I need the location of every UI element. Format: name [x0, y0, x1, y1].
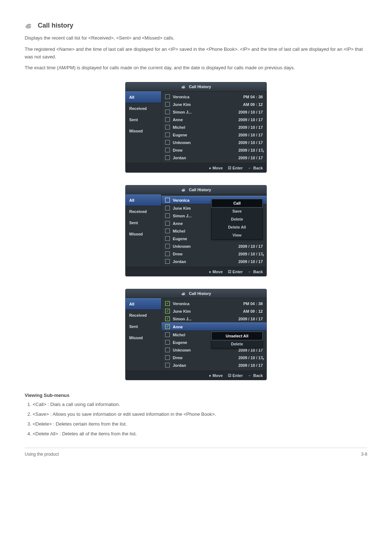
list-item: <Delete All> : Deletes all of the items … — [33, 430, 367, 438]
checkbox[interactable] — [165, 117, 170, 122]
hint-enter: ⊡Enter — [228, 269, 243, 274]
checkbox[interactable] — [165, 110, 170, 114]
section-header: Call history — [25, 22, 367, 29]
checkbox[interactable] — [165, 251, 170, 256]
list-item[interactable]: VeronicaPM 04 : 38 — [162, 300, 266, 307]
tab-all[interactable]: All — [126, 91, 161, 103]
menu-delete[interactable]: Delete — [212, 340, 262, 348]
hint-enter: ⊡Enter — [228, 373, 243, 378]
checkbox[interactable] — [165, 94, 170, 99]
call-history-panel: Call History All Received Sent Missed Ve… — [125, 185, 267, 276]
paragraph-1: Displays the recent call list for <Recei… — [25, 34, 367, 42]
list-item[interactable]: Eugene2009 / 10 / 17 — [162, 131, 266, 139]
panel-body: All Received Sent Missed VeronicaPM 04 :… — [126, 298, 266, 370]
hint-bar: ♦Move ⊡Enter ←Back — [126, 163, 266, 172]
screenshot-3: Call History All Received Sent Missed Ve… — [25, 289, 367, 380]
tab-all[interactable]: All — [126, 194, 161, 206]
checkbox[interactable] — [165, 363, 170, 368]
list-item[interactable]: Anne — [162, 323, 266, 331]
hint-bar: ♦Move ⊡Enter ←Back — [126, 267, 266, 276]
checkbox[interactable] — [165, 355, 170, 360]
checkbox[interactable] — [165, 301, 170, 306]
subsection-title: Viewing Sub-menus — [25, 393, 367, 398]
list-item[interactable]: Unknown2009 / 10 / 17 — [162, 242, 266, 250]
list-item[interactable]: Michel2009 / 10 / 17 — [162, 123, 266, 131]
sidebar: All Received Sent Missed — [126, 194, 162, 267]
tab-missed[interactable]: Missed — [126, 126, 161, 137]
checkbox[interactable] — [165, 140, 170, 145]
checkbox[interactable] — [165, 221, 170, 226]
checkbox[interactable] — [165, 348, 170, 352]
sidebar: All Received Sent Missed — [126, 91, 162, 163]
checkbox[interactable] — [165, 309, 170, 313]
phone-icon — [25, 22, 35, 29]
checkbox[interactable] — [165, 125, 170, 130]
list-item[interactable]: June KimAM 09 : 12 — [162, 307, 266, 315]
menu-call[interactable]: Call — [212, 199, 262, 207]
call-list: VeronicaPM 04 : 38 June KimAM 09 : 12 Si… — [162, 91, 266, 163]
menu-delete-all[interactable]: Delete All — [212, 223, 262, 231]
paragraph-3: The exact time (AM/PM) is displayed for … — [25, 64, 367, 72]
list-item[interactable]: Drew2009 / 10 / 17 — [162, 354, 266, 361]
tab-received[interactable]: Received — [126, 206, 161, 217]
divider — [25, 448, 367, 448]
menu-save[interactable]: Save — [212, 207, 262, 215]
tab-missed[interactable]: Missed — [126, 229, 161, 240]
submenu-list: <Call> : Dials a call using call informa… — [28, 401, 367, 438]
tab-sent[interactable]: Sent — [126, 217, 161, 229]
checkbox[interactable] — [165, 340, 170, 345]
checkbox[interactable] — [165, 148, 170, 152]
hint-enter: ⊡Enter — [228, 165, 243, 170]
list-item[interactable]: Jordan2009 / 10 / 17 — [162, 361, 266, 369]
sidebar: All Received Sent Missed — [126, 298, 162, 370]
list-item[interactable]: Anne2009 / 10 / 17 — [162, 116, 266, 123]
list-item[interactable]: Jordan2009 / 10 / 17 — [162, 154, 266, 161]
list-item[interactable]: Unknown2009 / 10 / 17 — [162, 139, 266, 146]
list-item[interactable]: VeronicaPM 04 : 38 — [162, 93, 266, 100]
scroll-down-icon: ▼ — [261, 357, 265, 361]
scroll-down-icon: ▼ — [261, 253, 265, 257]
checkbox[interactable] — [165, 324, 170, 329]
checkbox[interactable] — [165, 259, 170, 264]
menu-view[interactable]: View — [212, 231, 262, 239]
phone-icon — [181, 188, 187, 192]
panel-header: Call History — [126, 82, 266, 91]
phone-icon — [181, 85, 187, 89]
tab-sent[interactable]: Sent — [126, 321, 161, 332]
context-menu: Call Save Delete Delete All View — [211, 199, 263, 239]
list-item: <Save> : Allows you to save information … — [33, 411, 367, 418]
checkbox[interactable] — [165, 206, 170, 210]
list-item[interactable]: Jordan2009 / 10 / 17 — [162, 258, 266, 265]
checkbox[interactable] — [165, 229, 170, 233]
list-item[interactable]: Drew2009 / 10 / 17 — [162, 250, 266, 258]
menu-delete[interactable]: Delete — [212, 215, 262, 223]
screenshot-1: Call History All Received Sent Missed Ve… — [25, 82, 367, 173]
screenshot-2: Call History All Received Sent Missed Ve… — [25, 185, 367, 276]
list-item: <Delete> : Deletes certain items from th… — [33, 420, 367, 428]
checkbox[interactable] — [165, 236, 170, 241]
checkbox[interactable] — [165, 102, 170, 107]
footer: Using the product 3-8 — [25, 452, 367, 457]
panel-title: Call History — [189, 188, 211, 192]
list-item[interactable]: June KimAM 09 : 12 — [162, 100, 266, 108]
tab-sent[interactable]: Sent — [126, 114, 161, 126]
checkbox[interactable] — [165, 213, 170, 218]
panel-header: Call History — [126, 289, 266, 298]
tab-received[interactable]: Received — [126, 103, 161, 114]
tab-received[interactable]: Received — [126, 310, 161, 321]
tab-all[interactable]: All — [126, 298, 161, 310]
checkbox[interactable] — [165, 132, 170, 137]
hint-move: ♦Move — [209, 165, 223, 170]
menu-unselect-all[interactable]: Unselect All — [212, 332, 262, 340]
list-item[interactable]: Simon J...2009 / 10 / 17 — [162, 108, 266, 116]
tab-missed[interactable]: Missed — [126, 332, 161, 344]
checkbox[interactable] — [165, 332, 170, 337]
call-history-panel: Call History All Received Sent Missed Ve… — [125, 289, 267, 380]
list-item[interactable]: Drew2009 / 10 / 17 — [162, 146, 266, 154]
checkbox[interactable] — [165, 316, 170, 321]
checkbox[interactable] — [165, 198, 170, 202]
panel-title: Call History — [189, 291, 211, 296]
list-item[interactable]: Simon J...2009 / 10 / 17 — [162, 315, 266, 323]
checkbox[interactable] — [165, 155, 170, 160]
checkbox[interactable] — [165, 244, 170, 249]
